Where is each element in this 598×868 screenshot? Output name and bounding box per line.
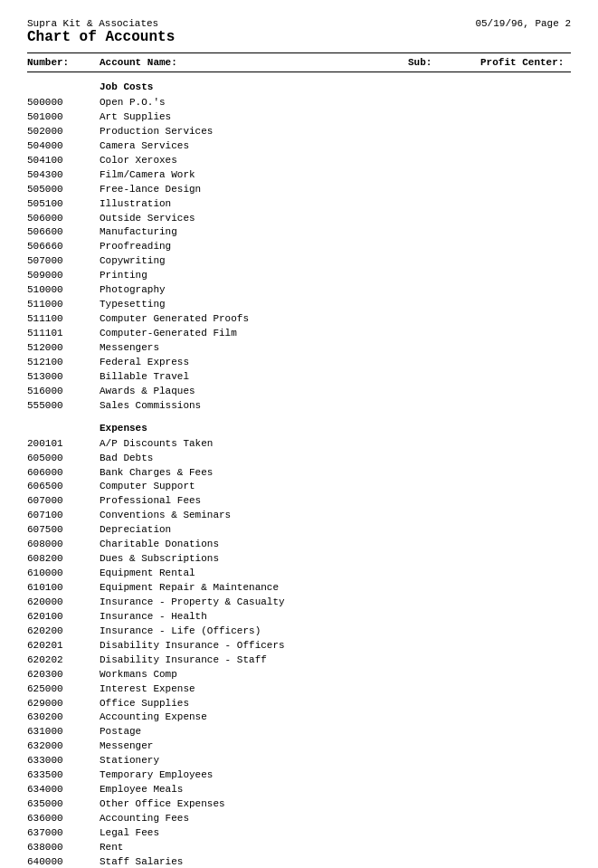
table-row: 620200Insurance - Life (Officers)	[27, 625, 571, 639]
account-number: 640000	[27, 855, 100, 868]
account-name: Interest Expense	[100, 682, 408, 697]
account-number: 607500	[27, 523, 100, 538]
account-number: 636000	[27, 812, 100, 826]
account-number: 605000	[27, 452, 100, 466]
account-number: 608200	[27, 552, 100, 567]
account-name: Professional Fees	[100, 494, 408, 509]
account-sub	[408, 494, 480, 509]
account-name: Employee Meals	[100, 783, 408, 797]
account-sub	[408, 225, 480, 240]
account-sub	[408, 610, 480, 625]
account-number: 504000	[27, 139, 100, 154]
account-number: 505000	[27, 183, 100, 197]
account-profit-center	[480, 399, 571, 414]
account-name: Stationery	[100, 754, 408, 768]
table-row: 630200Accounting Expense	[27, 711, 571, 725]
table-row: 620100Insurance - Health	[27, 610, 571, 625]
page-title: Chart of Accounts	[27, 29, 175, 45]
account-sub	[408, 725, 480, 739]
table-row: 633000Stationery	[27, 754, 571, 768]
account-profit-center	[480, 826, 571, 841]
account-number: 505100	[27, 197, 100, 212]
account-sub	[408, 754, 480, 768]
table-row: 620300Workmans Comp	[27, 668, 571, 682]
column-headers: Number: Account Name: Sub: Profit Center…	[27, 52, 571, 72]
table-row: 620201Disability Insurance - Officers	[27, 639, 571, 653]
account-sub	[408, 697, 480, 711]
table-row: 512100Federal Express	[27, 356, 571, 370]
account-sub	[408, 452, 480, 466]
account-name: Depreciation	[100, 523, 408, 538]
account-profit-center	[480, 197, 571, 212]
table-row: 511100Computer Generated Proofs	[27, 312, 571, 327]
table-row: 504100Color Xeroxes	[27, 154, 571, 168]
account-sub	[408, 711, 480, 725]
account-number: 631000	[27, 725, 100, 739]
table-row: 505100Illustration	[27, 197, 571, 212]
account-name: Accounting Expense	[100, 711, 408, 725]
account-sub	[408, 327, 480, 341]
account-number: 630200	[27, 711, 100, 725]
account-profit-center	[480, 168, 571, 183]
account-name: Production Services	[100, 125, 408, 139]
account-profit-center	[480, 552, 571, 567]
account-sub	[408, 437, 480, 452]
account-sub	[408, 168, 480, 183]
account-name: Rent	[100, 841, 408, 855]
account-sub	[408, 841, 480, 855]
account-name: Computer Support	[100, 480, 408, 494]
account-profit-center	[480, 783, 571, 797]
account-sub	[408, 254, 480, 269]
account-number: 506000	[27, 212, 100, 226]
account-name: Bad Debts	[100, 452, 408, 466]
table-row: 632000Messenger	[27, 739, 571, 754]
table-row: 610100Equipment Repair & Maintenance	[27, 581, 571, 596]
table-row: 636000Accounting Fees	[27, 812, 571, 826]
account-name: Messenger	[100, 739, 408, 754]
account-number: 637000	[27, 826, 100, 841]
account-sub	[408, 154, 480, 168]
account-name: Insurance - Life (Officers)	[100, 625, 408, 639]
account-profit-center	[480, 139, 571, 154]
account-name: Free-lance Design	[100, 183, 408, 197]
account-profit-center	[480, 538, 571, 552]
table-row: 631000Postage	[27, 725, 571, 739]
account-number: 633500	[27, 768, 100, 783]
account-name: Proofreading	[100, 240, 408, 254]
account-profit-center	[480, 509, 571, 523]
account-number: 502000	[27, 125, 100, 139]
account-number: 608000	[27, 538, 100, 552]
table-row: 635000Other Office Expenses	[27, 797, 571, 812]
account-sub	[408, 283, 480, 298]
account-sub	[408, 385, 480, 399]
account-sub	[408, 139, 480, 154]
account-name: Charitable Donations	[100, 538, 408, 552]
table-row: 510000Photography	[27, 283, 571, 298]
account-profit-center	[480, 452, 571, 466]
account-sub	[408, 682, 480, 697]
col-header-account-name: Account Name:	[100, 57, 408, 68]
account-number: 504300	[27, 168, 100, 183]
table-row: 500000Open P.O.'s	[27, 96, 571, 110]
account-number: 606500	[27, 480, 100, 494]
account-number: 610100	[27, 581, 100, 596]
account-number: 633000	[27, 754, 100, 768]
account-sub	[408, 826, 480, 841]
table-row: 504000Camera Services	[27, 139, 571, 154]
account-name: Computer Generated Proofs	[100, 312, 408, 327]
account-sub	[408, 212, 480, 226]
account-profit-center	[480, 739, 571, 754]
account-profit-center	[480, 494, 571, 509]
account-name: Conventions & Seminars	[100, 509, 408, 523]
account-sub	[408, 552, 480, 567]
table-row: 511101Computer-Generated Film	[27, 327, 571, 341]
table-row: 606500Computer Support	[27, 480, 571, 494]
account-sub	[408, 312, 480, 327]
account-sub	[408, 625, 480, 639]
account-sub	[408, 653, 480, 668]
account-number: 629000	[27, 697, 100, 711]
account-number: 516000	[27, 385, 100, 399]
account-profit-center	[480, 682, 571, 697]
account-number: 620000	[27, 596, 100, 610]
account-sub	[408, 509, 480, 523]
